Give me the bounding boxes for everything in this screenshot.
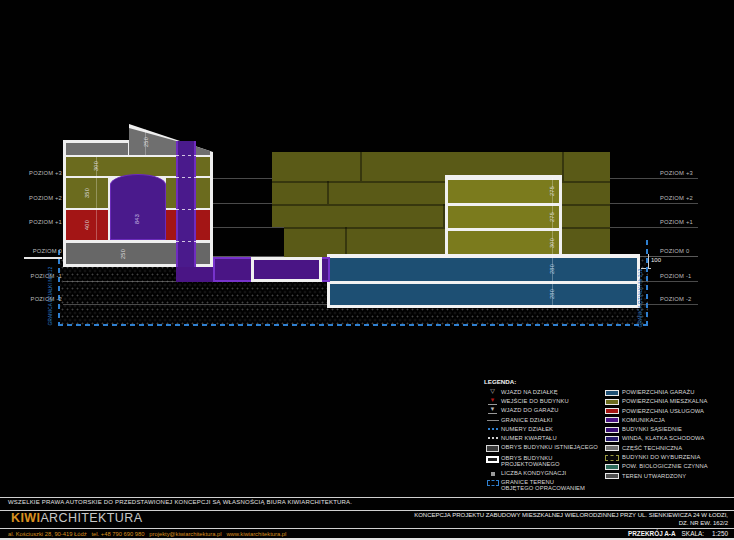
level-label-left-plus3: POZIOM +3 (18, 170, 62, 176)
legend-item: WINDA, KLATKA SCHODOWA (605, 435, 733, 442)
dim-garage-280a: 280 (548, 258, 556, 280)
plot-boundary-left-label: GRANICA DZIAŁKI Nr 212 (48, 264, 54, 328)
legend-title: LEGENDA: (484, 378, 516, 385)
legend-item: TEREN UTWARDZONY (605, 473, 733, 480)
scale-value: 1:250 (712, 530, 728, 537)
neighbour-buildings-swatch (605, 427, 619, 433)
legend-item: OBRYS BUDYNKU PROJEKTOWANEGO (484, 455, 602, 468)
dim-base-250: 250 (119, 243, 127, 265)
level-label-right-minus1: POZIOM -1 (660, 273, 720, 279)
legend-right-column: POWIERZCHNIA GARAŻU POWIERZCHNIA MIESZKA… (605, 389, 733, 482)
study-area-boundary-icon (484, 479, 501, 486)
legend-item: ▼ WJAZD DO GARAŻU (484, 407, 602, 414)
legend-item: BUDYNKI SĄSIEDNIE (605, 426, 733, 433)
shaft-floor-line (176, 241, 196, 242)
level-label-right-minus2: POZIOM -2 (660, 296, 720, 302)
elevator-staircase-swatch (605, 436, 619, 442)
logo-secondary: ARCHITEKTURA (40, 511, 142, 525)
legend-item: GRANICE TERENU OBJĘTEGO OPRACOWANIEM (484, 479, 602, 492)
legend-item: ▽ WJAZD NA DZIAŁKĘ (484, 389, 602, 395)
quarter-number-icon (484, 435, 501, 439)
section-drawing-sheet: POZIOM +3 POZIOM +2 POZIOM +1 POZIOM 0 P… (0, 0, 734, 540)
scale-label: SKALA: (682, 530, 704, 537)
facade-joint (562, 152, 564, 181)
dim-right-275a: 275 (548, 180, 556, 202)
garage-area-swatch (605, 390, 619, 396)
communication-core (110, 174, 166, 240)
legend-item: NUMERY DZIAŁEK (484, 426, 602, 432)
legend-item: GRANICE DZIAŁKI (484, 417, 602, 423)
garage-level-1 (330, 258, 637, 281)
logo-primary: KIWI (11, 511, 40, 525)
level-label-left-minus1: POZIOM -1 (18, 273, 62, 279)
elevator-shaft (176, 141, 196, 267)
level-label-right-plus2: POZIOM +2 (660, 195, 720, 201)
biologically-active-swatch (605, 464, 619, 470)
communication-connector-sectioned (251, 257, 322, 282)
garage-entry-icon: ▼ (484, 407, 501, 414)
garage-level-2 (330, 284, 637, 305)
facade-joint (345, 227, 347, 257)
plot-boundary-line-icon (484, 417, 501, 421)
plot-boundary-left (58, 250, 60, 326)
project-title-line2: DZ. NR EW. 162/2 (308, 519, 728, 527)
floor-0 (448, 231, 559, 254)
technical-part-swatch (605, 445, 619, 451)
dim-core-843: 843 (133, 208, 141, 230)
site-entry-icon: ▽ (484, 389, 501, 394)
sectioned-tower (445, 175, 562, 257)
floor-plus1 (448, 206, 559, 228)
building-entrance-icon: ▼ (484, 398, 501, 405)
dim-offset-100: 100 (651, 257, 661, 263)
legend-item: LICZBA KONDYGNACJI (484, 470, 602, 476)
studio-logo: KIWIARCHITEKTURA (11, 511, 142, 525)
services-area-swatch (605, 408, 619, 414)
legend-item: CZĘŚĆ TECHNICZNA (605, 445, 733, 452)
footer-rule (0, 528, 734, 529)
existing-building-outline-icon (484, 444, 501, 452)
shaft-floor-line (176, 177, 196, 178)
paved-area-swatch (605, 473, 619, 479)
level-label-left-plus2: POZIOM +2 (18, 195, 62, 201)
plot-numbers-icon (484, 426, 501, 430)
garage-section (327, 254, 640, 308)
level-label-right-plus1: POZIOM +1 (660, 219, 720, 225)
legend-item: POWIERZCHNIA MIESZKALNA (605, 398, 733, 405)
dim-floor-300: 300 (92, 155, 100, 177)
dim-floor-350: 350 (83, 182, 91, 204)
dim-floor-400: 400 (83, 214, 91, 236)
legend-item: POWIERZCHNIA USŁUGOWA (605, 408, 733, 415)
level-label-right-plus3: POZIOM +3 (660, 170, 720, 176)
legend-item: POWIERZCHNIA GARAŻU (605, 389, 733, 396)
floor-plus2 (448, 180, 559, 203)
designed-building-outline-icon (484, 455, 501, 463)
legend-item: NUMER KWARTAŁU (484, 435, 602, 441)
residential-area-swatch (605, 399, 619, 405)
level-0-underline (24, 257, 62, 259)
sheet-info: PRZEKRÓJ A-ASKALA:1:250 (628, 530, 728, 537)
legend-item: POW. BIOLOGICZNIE CZYNNA (605, 463, 733, 470)
level-label-left-0: POZIOM 0 (18, 248, 62, 254)
legend-item: OBRYS BUDYNKU ISTNIEJĄCEGO (484, 444, 602, 452)
site-boundary-bottom (58, 324, 648, 326)
dim-roof: 250 (142, 131, 150, 153)
technical-roof-gray (66, 143, 128, 155)
facade-joint (360, 152, 362, 181)
dim-right-300: 300 (548, 232, 556, 254)
communication-swatch (605, 417, 619, 423)
plot-boundary-right-label: GRANICA DZIAŁKI Nr 212 (638, 266, 644, 330)
level-label-right-0: POZIOM 0 (660, 248, 720, 254)
dim-garage-280b: 280 (548, 283, 556, 305)
legend-left-column: ▽ WJAZD NA DZIAŁKĘ ▼ WEJŚCIE DO BUDYNKU … (484, 389, 602, 494)
project-title: KONCEPCJA PROJEKTU ZABUDOWY MIESZKALNEJ … (308, 511, 728, 527)
dim-right-275b: 275 (548, 206, 556, 228)
legend-item: BUDYNKI DO WYBURZENIA (605, 454, 733, 461)
storey-count-icon (484, 470, 501, 476)
copyright-notice: WSZELKIE PRAWA AUTORSKIE DO PRZEDSTAWION… (8, 499, 352, 505)
shaft-floor-line (176, 155, 196, 156)
level-label-left-plus1: POZIOM +1 (18, 219, 62, 225)
demolition-buildings-swatch (605, 455, 619, 461)
legend-item: ▼ WEJŚCIE DO BUDYNKU (484, 398, 602, 405)
legend-item: KOMUNIKACJA (605, 417, 733, 424)
studio-contact: al. Kościuszki 28, 90-419 Łódź tel. +48 … (8, 531, 286, 537)
